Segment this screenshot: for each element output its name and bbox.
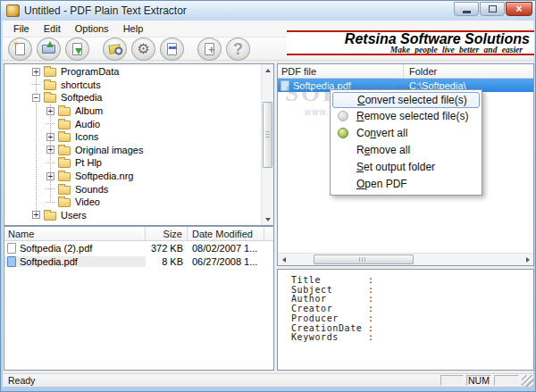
status-num-indicator: NUM (466, 375, 491, 386)
close-icon: × (515, 4, 522, 14)
folder-icon (58, 121, 71, 129)
tree-item-video[interactable]: Video (4, 196, 273, 209)
pdf-horizontal-scrollbar[interactable] (278, 253, 533, 265)
tree-item-sounds[interactable]: Sounds (4, 182, 273, 196)
menu-item-remove-all[interactable]: Remove all (332, 142, 480, 159)
expand-plus-box[interactable] (32, 68, 40, 76)
file-size: 8 KB (146, 256, 188, 267)
menu-help[interactable]: Help (116, 21, 151, 36)
file-date: 06/27/2008 1... (188, 256, 264, 267)
column-header-pdf-file[interactable]: PDF file (278, 64, 404, 78)
file-row[interactable]: Softpedia.pdf 8 KB 06/27/2008 1... (4, 254, 273, 268)
menu-edit[interactable]: Edit (37, 21, 68, 36)
tree-item-label: ProgramData (61, 66, 119, 77)
folder-icon (58, 146, 71, 155)
column-header-size[interactable]: Size (146, 227, 188, 240)
status-text: Ready (3, 375, 438, 386)
tree-item-label: Sounds (75, 184, 108, 195)
tree-item-audio[interactable]: Audio (4, 117, 273, 130)
menu-item-convert-selected[interactable]: Convert selected file(s) (332, 92, 480, 108)
tree-item-original-images[interactable]: Original images (4, 144, 273, 157)
scroll-right-arrow[interactable] (522, 254, 533, 265)
add-page-button[interactable]: + (197, 38, 222, 61)
folder-icon (58, 107, 71, 116)
expand-plus-box[interactable] (46, 172, 54, 180)
vendor-tagline: Make people live better and easier (287, 46, 530, 54)
tree-item-softpedia[interactable]: Softpedia (4, 91, 273, 104)
collapse-minus-box[interactable] (32, 94, 40, 102)
folder-icon (58, 198, 71, 207)
tree-item-label: shortcuts (61, 79, 101, 90)
window-title: Untitled - PDF Plain Text Extractor (24, 4, 187, 17)
tree-item-label: Icons (75, 131, 98, 142)
scroll-down-arrow[interactable] (262, 213, 273, 225)
scrollbar-thumb[interactable] (263, 102, 272, 168)
app-window: Untitled - PDF Plain Text Extractor × Fi… (0, 0, 536, 392)
vendor-banner: Retsina Software Solutions Make people l… (287, 30, 534, 55)
context-menu: Convert selected file(s) Remove selected… (330, 89, 482, 196)
column-header-date-modified[interactable]: Date Modified (188, 227, 264, 240)
help-button[interactable]: ? (226, 38, 250, 61)
expand-plus-box[interactable] (46, 133, 54, 141)
save-button[interactable] (65, 38, 89, 61)
tree-item-label: Softpedia (61, 92, 102, 103)
expand-plus-box[interactable] (46, 107, 54, 115)
minimize-button[interactable] (454, 2, 479, 16)
tree-item-label: Video (75, 196, 100, 207)
tree-stub (46, 120, 54, 128)
tree-item-label: Audio (75, 119, 100, 129)
resize-grip[interactable] (522, 375, 533, 387)
settings-button[interactable]: ⚙ (131, 38, 155, 61)
expand-plus-box[interactable] (32, 211, 40, 219)
file-name: Softpedia.pdf (20, 256, 78, 267)
convert-button[interactable] (103, 38, 127, 61)
tree-item-label: Album (75, 105, 103, 116)
menu-item-remove-selected[interactable]: Remove selected file(s) (332, 108, 480, 125)
save-icon (72, 43, 82, 55)
menu-item-convert-all[interactable]: Convert all (332, 125, 480, 142)
menu-options[interactable]: Options (68, 21, 116, 36)
open-folder-icon (42, 45, 55, 54)
metadata-producer: Producer : (291, 314, 533, 324)
folder-tree: ProgramData shortcuts Softpedia (4, 63, 274, 226)
scrollbar-thumb[interactable] (314, 254, 414, 264)
remove-icon (338, 111, 348, 121)
folder-icon (44, 81, 56, 90)
settings-gear-icon: ⚙ (137, 42, 149, 56)
title-bar: Untitled - PDF Plain Text Extractor × (1, 1, 535, 21)
close-button[interactable]: × (506, 2, 532, 16)
folder-icon (58, 172, 71, 181)
folder-icon (58, 159, 71, 168)
tree-item-users[interactable]: Users (4, 209, 273, 222)
pdf-metadata-panel: Title : Subject : Author : Creator : Pro… (277, 269, 534, 371)
menu-file[interactable]: File (6, 21, 37, 36)
column-header-name[interactable]: Name (4, 227, 146, 240)
tree-item-icons[interactable]: Icons (4, 130, 273, 144)
file-list: Name Size Date Modified Softpedia (2).pd… (4, 226, 274, 371)
tree-vertical-scrollbar[interactable] (261, 64, 273, 225)
tree-item-shortcuts[interactable]: shortcuts (4, 79, 273, 92)
folder-icon (58, 133, 71, 142)
scroll-left-arrow[interactable] (278, 254, 289, 265)
folder-icon (44, 212, 56, 221)
minimize-icon (463, 11, 471, 13)
pdf-document-icon (281, 80, 289, 91)
column-header-folder[interactable]: Folder (404, 64, 533, 78)
menu-item-open-pdf[interactable]: Open PDF (332, 176, 480, 193)
convert-all-icon (338, 128, 348, 138)
file-row[interactable]: Softpedia (2).pdf 372 KB 08/02/2007 1... (4, 241, 273, 254)
scroll-up-arrow[interactable] (262, 64, 273, 76)
expand-plus-box[interactable] (46, 146, 54, 154)
status-bar: Ready NUM (3, 373, 533, 387)
remove-page-button[interactable] (160, 38, 184, 61)
menu-item-set-output-folder[interactable]: Set output folder (332, 159, 480, 176)
tree-item-softpedia-nrg[interactable]: Softpedia.nrg (4, 170, 273, 183)
tree-item-pt-hlp[interactable]: Pt Hlp (4, 156, 273, 170)
open-button[interactable] (37, 38, 61, 61)
tree-stub (32, 80, 40, 88)
tree-item-programdata[interactable]: ProgramData (4, 65, 273, 79)
maximize-button[interactable] (480, 2, 505, 16)
tree-item-album[interactable]: Album (4, 104, 273, 118)
folder-icon (44, 68, 56, 77)
new-button[interactable]: ✶ (8, 38, 32, 61)
